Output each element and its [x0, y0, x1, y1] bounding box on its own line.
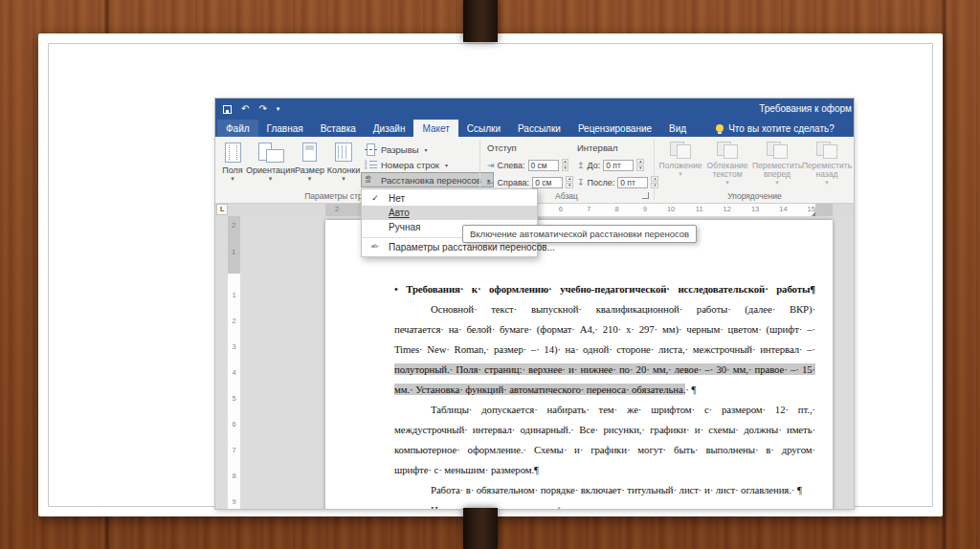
document-line[interactable]: • Требования· к· оформлению· учебно-педа… [394, 279, 815, 299]
tell-me[interactable]: Что вы хотите сделать? [716, 120, 835, 137]
group-label-arrange: Упорядочение [657, 191, 852, 201]
ribbon-tab[interactable]: Вид [660, 120, 695, 137]
indent-right-stepper[interactable]: ▲▼ [566, 176, 573, 188]
wrap-text-button[interactable]: Обтекание текстом [703, 140, 751, 189]
qat-customize-icon[interactable]: ▾ [277, 104, 280, 114]
document-line[interactable]: печатается· на· белой· бумаге· (формат· … [394, 319, 815, 340]
ruler-number: 9 [228, 480, 240, 506]
document-text: • Требования· к· оформлению· учебно-педа… [394, 279, 815, 509]
indent-right-field: ⇤ Справа: 0 см ▲▼ [487, 175, 573, 189]
columns-icon [335, 143, 352, 162]
orientation-icon [258, 142, 283, 163]
ruler-number: 6 [228, 403, 240, 428]
menu-item[interactable]: Нет [362, 191, 537, 206]
breaks-button[interactable]: Разрывы [361, 142, 432, 157]
line-numbers-icon [365, 159, 377, 171]
ribbon-tab[interactable]: Дизайн [365, 120, 414, 137]
ruler-number: 9 [619, 204, 647, 216]
document-line[interactable]: Основной· текст· выпускной· квалификацио… [394, 299, 815, 319]
bring-forward-button[interactable]: Переместить вперед [753, 140, 801, 189]
ruler-number: 13 [731, 204, 759, 216]
redo-icon[interactable]: ↷ [258, 104, 266, 114]
ruler-number: 3 [228, 325, 240, 351]
ribbon-tab[interactable]: Рассылки [509, 120, 569, 137]
ribbon-tab[interactable]: Главная [258, 120, 312, 137]
slide: ↶ ↷ ▾ Требования к оформ Файл ГлавнаяВст… [38, 33, 943, 516]
send-backward-icon [816, 142, 837, 159]
margins-button[interactable]: Поля [217, 140, 248, 189]
quick-access-toolbar: ↶ ↷ ▾ [223, 99, 279, 120]
ribbon-strap-top [463, 0, 498, 42]
spacing-before-stepper[interactable]: ▲▼ [636, 159, 644, 171]
undo-icon[interactable]: ↶ [241, 104, 249, 114]
size-button[interactable]: Размер [293, 140, 326, 189]
hyphenation-icon [365, 174, 377, 187]
ribbon-tab[interactable]: Макет [413, 120, 457, 137]
group-separator [654, 140, 655, 200]
indent-right-input[interactable]: 0 см [532, 177, 563, 188]
tab-selector[interactable] [216, 204, 228, 215]
ribbon-tab[interactable]: Ссылки [458, 120, 509, 137]
document-area: 21 123456789 • Требования· к· оформлению… [215, 216, 854, 509]
page-size-icon [302, 143, 317, 162]
spacing-before-input[interactable]: 0 пт [603, 160, 634, 171]
spacing-after-input[interactable]: 0 пт [617, 177, 648, 188]
ruler-number: 8 [590, 204, 618, 216]
margins-icon [225, 143, 241, 163]
indent-left-icon: ⇥ [487, 161, 495, 170]
document-line[interactable]: шрифте· с· меньшим· размером.¶ [394, 460, 815, 480]
document-line[interactable]: Наименование· разделов· (оглавление,· вв… [394, 500, 815, 509]
vruler-text-area: 123456789 [228, 274, 240, 509]
hyphenation-button[interactable]: Расстановка переносов [361, 172, 494, 187]
vruler-top-margin: 21 [228, 216, 240, 274]
document-line[interactable]: междустрочный· интервал· одинарный.· Все… [394, 420, 815, 440]
spacing-header: Интервал [577, 143, 618, 153]
ribbon-tab-bar: Файл ГлавнаяВставкаДизайнМакетСсылкиРасс… [215, 120, 854, 137]
ruler-number: 7 [563, 204, 590, 216]
ribbon-tab[interactable]: Вставка [312, 120, 365, 137]
ruler-number: 2 [335, 204, 339, 215]
orientation-button[interactable]: Ориентация [248, 140, 293, 189]
ribbon-strap-bottom [463, 508, 498, 549]
vertical-ruler[interactable]: 21 123456789 [228, 216, 240, 509]
ruler-number: 1 [232, 247, 235, 258]
title-bar: ↶ ↷ ▾ Требования к оформ [215, 99, 854, 120]
document-line[interactable]: Times· New· Roman,· размер· –· 14)· на· … [394, 340, 815, 360]
ruler-number: 7 [228, 428, 240, 454]
lightbulb-icon [716, 124, 724, 132]
tooltip: Включение автоматической расстановки пер… [462, 225, 697, 243]
ruler-number: 11 [675, 204, 702, 216]
menu-item[interactable]: Авто [362, 206, 537, 220]
hyphenation-menu: Нет Авто Ручная Параметры расстановки пе… [361, 188, 538, 257]
ribbon-tab[interactable]: Рецензирование [569, 120, 660, 137]
presentation-stage: ↶ ↷ ▾ Требования к оформ Файл ГлавнаяВст… [0, 0, 980, 549]
send-backward-button[interactable]: Переместить назад [803, 140, 851, 189]
ruler-number: 5 [228, 377, 240, 403]
ribbon-tabs: ГлавнаяВставкаДизайнМакетСсылкиРассылкиР… [258, 120, 696, 137]
document-line[interactable]: Работа· в· обязательном· порядке· включа… [394, 480, 815, 500]
indent-right-icon: ⇤ [487, 178, 495, 187]
document-line[interactable]: компьютерное· оформление.· Схемы· и· гра… [394, 440, 815, 460]
indent-header: Отступ [487, 143, 517, 153]
tab-file[interactable]: Файл [217, 120, 258, 137]
paragraph-dialog-launcher-icon[interactable] [642, 192, 649, 199]
document-line[interactable]: полуторный.· Поля· страниц:· верхнее· и·… [394, 360, 815, 380]
indent-left-stepper[interactable]: ▲▼ [562, 159, 569, 171]
line-numbers-button[interactable]: Номера строк [361, 157, 452, 172]
bring-forward-icon [767, 142, 788, 159]
columns-button[interactable]: Колонки [326, 140, 361, 189]
window-title: Требования к оформ [759, 103, 852, 114]
position-button[interactable]: Положение [659, 140, 702, 189]
spacing-after-stepper[interactable]: ▲▼ [651, 176, 658, 188]
ruler-number: 12 [703, 204, 731, 216]
spacing-before-field: ↥ До: 0 пт ▲▼ [577, 158, 644, 172]
ruler-right-margin [815, 204, 833, 216]
document-page[interactable]: • Требования· к· оформлению· учебно-педа… [325, 220, 833, 509]
ruler-number: 14 [759, 204, 787, 216]
save-icon[interactable] [223, 105, 232, 114]
document-line[interactable]: Таблицы· допускается· набирать· тем· же·… [394, 400, 815, 420]
indent-left-input[interactable]: 0 см [528, 160, 559, 171]
ruler-number: 6 [535, 204, 563, 216]
ruler-number: 2 [228, 299, 240, 325]
document-line[interactable]: мм.· Установка· функций· автоматического… [394, 380, 815, 400]
